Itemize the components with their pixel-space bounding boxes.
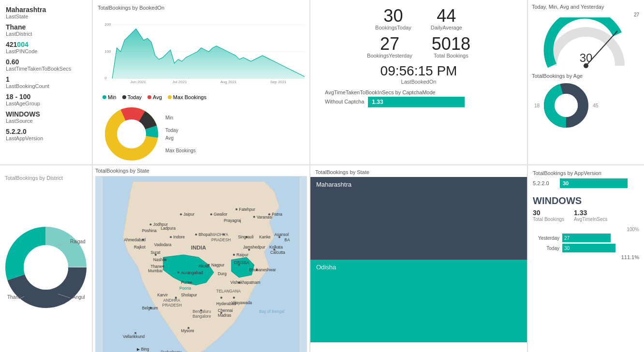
svg-text:Prayagraj: Prayagraj (224, 218, 241, 223)
gauge-container: 27 30 1 44 (532, 12, 640, 71)
y-min-label: 0 (104, 76, 107, 80)
time-label: LastTimeTakenToBookSecs (6, 66, 86, 72)
filters-panel: Maharashtra LastState Thane LastDistrict… (0, 0, 92, 164)
svg-text:Jaipur: Jaipur (183, 212, 194, 217)
gauge-svg: 30 1 44 (542, 17, 629, 71)
windows-section: WINDOWS 30 Total Bookings 1.33 AvgTimeIn… (533, 195, 639, 222)
donut-label-max: Max Bookings (165, 148, 196, 153)
captcha-without-bar: 1.33 (368, 97, 465, 107)
age-filter: 18 - 100 LastAgeGroup (6, 93, 86, 106)
district-value: Thane (6, 23, 86, 31)
svg-text:Jamshedpur: Jamshedpur (243, 245, 265, 249)
donut-label-today: Today (165, 128, 196, 133)
svg-text:Bangalore: Bangalore (192, 314, 211, 319)
svg-point-26 (180, 213, 182, 215)
y-max-label: 200 (104, 22, 111, 27)
svg-text:Nagpur: Nagpur (211, 263, 225, 267)
app-version-panel: TotalBookings by AppVersion 5.2.2.0 30 W… (528, 165, 644, 352)
kpi-panel: 30 BookingsToday 44 DailyAverage 27 Book… (310, 0, 527, 164)
svg-text:Belgaum: Belgaum (142, 306, 158, 310)
svg-point-58 (177, 271, 179, 273)
dashboard: Maharashtra LastState Thane LastDistrict… (0, 0, 644, 352)
svg-point-28 (210, 213, 212, 215)
map-panel: TotalBookings by State Jodhpur Jaipur Gw… (93, 165, 309, 352)
donut-label-avg: Avg (165, 135, 196, 141)
legend-max: Max Bookings (168, 94, 206, 100)
raigad-label: Raigad (70, 239, 86, 244)
svg-text:Mumbai: Mumbai (148, 268, 162, 273)
maharashtra-spacer (310, 192, 527, 260)
compare-pct-label: 100% (533, 227, 639, 232)
appversion-label: LastAppVersion (6, 135, 86, 141)
min-dot (102, 95, 106, 99)
bar-compare-section: 100% Yesterday 27 Today 30 111.1% (533, 227, 639, 260)
bookings-chart-title: TotalBookings by BookedOn (98, 5, 305, 11)
district-donut-svg: Raigad Angul Thane (5, 217, 87, 313)
min-label: Min (108, 94, 117, 100)
state-item-maharashtra[interactable]: Maharashtra (310, 177, 527, 192)
count-label: LastBookingCount (6, 83, 86, 89)
captcha-section-label: AvgTimeTakenToBookInSecs by CaptchaMode (325, 89, 512, 95)
source-value: WINDOWS (6, 110, 86, 118)
svg-text:Gwalior: Gwalior (214, 212, 228, 217)
source-label: LastSource (6, 118, 86, 124)
windows-title: WINDOWS (533, 195, 639, 206)
svg-text:Bhopal: Bhopal (199, 232, 211, 237)
yesterday-bar-value: 27 (564, 235, 570, 241)
svg-text:BA: BA (284, 237, 290, 242)
windows-total-value: 30 (533, 209, 564, 217)
chart-legend: Min Today Avg Max Bookings (98, 94, 305, 100)
age-min-label: 18 (534, 103, 540, 108)
svg-text:Kolkata: Kolkata (269, 245, 283, 249)
map-title: TotalBookings by State (95, 168, 307, 174)
svg-text:Bay of Bengal: Bay of Bengal (259, 309, 284, 314)
svg-text:Akola: Akola (199, 264, 209, 268)
last-booked-label: LastBookedOn (401, 79, 437, 85)
pincode-filter: 421004 LastPINCode (6, 41, 86, 54)
state-filter: Maharashtra LastState (6, 6, 86, 19)
svg-text:Aurangabad: Aurangabad (181, 270, 203, 275)
svg-text:TELANGANA: TELANGANA (216, 289, 241, 293)
pincode-value: 421004 (6, 41, 86, 48)
svg-text:Ladpura: Ladpura (161, 226, 176, 231)
svg-text:Bhubaneshwar: Bhubaneshwar (249, 267, 276, 272)
daily-avg-kpi: 44 DailyAverage (431, 7, 462, 30)
svg-text:Rajkot: Rajkot (134, 245, 146, 249)
map-area: Jodhpur Jaipur Gwalior Fatehpur Varanasi… (95, 176, 307, 352)
state-list-panel: TotalBookings by State Maharashtra Odish… (310, 165, 527, 352)
svg-text:Pune: Pune (181, 280, 190, 285)
odisha-spacer (310, 275, 527, 342)
gauge-title: Today, Min, Avg and Yesterday (532, 4, 640, 10)
svg-text:Ahmedabad: Ahmedabad (124, 237, 146, 242)
version-row: 5.2.2.0 30 (533, 178, 639, 188)
district-filter: Thane LastDistrict (6, 23, 86, 37)
district-label: LastDistrict (6, 31, 86, 37)
svg-text:Surat: Surat (151, 250, 161, 255)
svg-text:Singrauli: Singrauli (238, 235, 254, 239)
state-item-odisha[interactable]: Odisha (310, 260, 527, 275)
svg-text:1: 1 (548, 70, 551, 71)
today-bar: 30 (562, 244, 615, 252)
legend-today: Today (122, 94, 142, 100)
avg-dot (147, 95, 151, 99)
bookings-chart-panel: TotalBookings by BookedOn 200 100 0 Jun … (93, 0, 309, 164)
angul-label: Angul (73, 294, 85, 300)
svg-text:Puducherry: Puducherry (161, 350, 181, 352)
max-label: Max Bookings (173, 94, 206, 100)
yesterday-bar-label: Yesterday (533, 235, 559, 241)
svg-text:Bengaluru: Bengaluru (192, 309, 211, 314)
last-booked-time: 09:56:15 PM (381, 63, 457, 79)
svg-text:▶ Bing: ▶ Bing (137, 347, 149, 352)
svg-text:Raipur: Raipur (236, 252, 249, 257)
svg-text:Karvir: Karvir (157, 293, 168, 297)
time-value: 0.60 (6, 58, 86, 66)
daily-avg-number: 44 (431, 7, 462, 25)
state-list-title: TotalBookings by State (310, 165, 527, 177)
india-map-svg: Jodhpur Jaipur Gwalior Fatehpur Varanasi… (96, 176, 307, 352)
today-label: Today (128, 94, 142, 100)
today-bar-value: 30 (564, 246, 570, 251)
pincode-part1: 421 (6, 41, 17, 48)
count-value: 1 (6, 75, 86, 83)
svg-text:Mysore: Mysore (181, 328, 194, 333)
x-aug-label: Aug 2021 (220, 80, 237, 84)
